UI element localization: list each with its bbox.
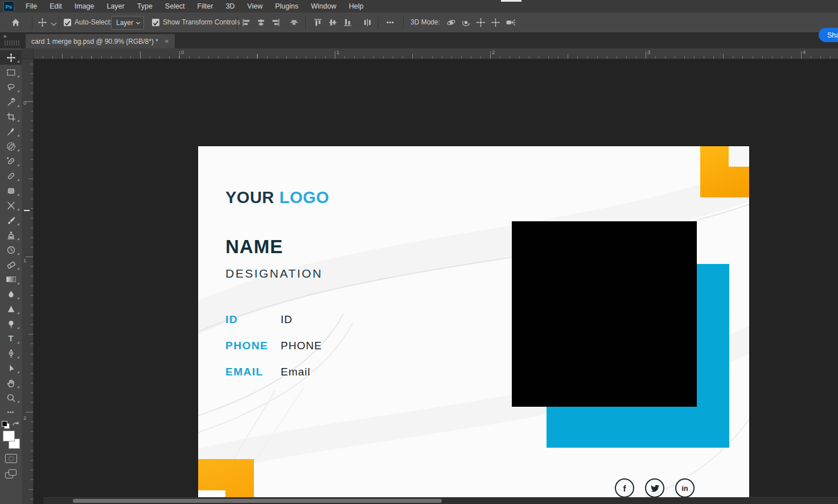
show-transform-label: Show Transform Controls (163, 13, 240, 32)
ruler-number: 0 (181, 49, 184, 55)
vertical-ruler[interactable]: 0 1 2 (22, 59, 34, 504)
share-button[interactable]: Share (819, 28, 838, 42)
menu-help[interactable]: Help (343, 0, 370, 13)
facebook-glyph: f (623, 484, 626, 493)
distribute-horizontal-centers-icon[interactable] (363, 18, 372, 27)
blur-tool[interactable] (0, 287, 22, 301)
sharpen-tool[interactable] (0, 301, 22, 316)
align-horizontal-centers-icon[interactable] (256, 18, 266, 27)
foreground-color-swatch[interactable] (3, 431, 15, 441)
document-tab-bar: » card 1 merge bg.psd @ 90.9% (RGB/8*) *… (0, 32, 838, 48)
clone-stamp-tool[interactable] (0, 228, 22, 242)
align-left-edges-icon[interactable] (241, 18, 251, 27)
3d-roll-icon[interactable] (461, 18, 471, 27)
designation-text: DESIGNATION (225, 267, 323, 280)
horizontal-ruler[interactable]: 0 1 2 3 4 (22, 48, 838, 59)
screen-mode-button[interactable] (5, 469, 17, 478)
horizontal-scrollbar[interactable] (43, 497, 838, 504)
twitter-bird-icon (651, 484, 659, 493)
align-vertical-centers-icon[interactable] (289, 18, 299, 27)
move-tool-preset-icon[interactable] (38, 18, 47, 27)
auto-select-label: Auto-Select: (75, 13, 112, 32)
field-value-phone: PHONE (281, 340, 322, 352)
eraser-tool[interactable] (0, 257, 22, 272)
foreground-background-swatches[interactable] (3, 431, 20, 450)
show-transform-checkbox[interactable] (152, 19, 159, 26)
dodge-tool[interactable] (0, 316, 22, 331)
logo-word-logo: LOGO (280, 188, 329, 206)
field-value-email: Email (281, 366, 311, 378)
field-value-id: ID (281, 313, 293, 325)
more-options-icon[interactable]: ••• (387, 13, 395, 32)
3d-camera-icon[interactable] (506, 18, 515, 27)
field-label-email: EMAIL (225, 366, 281, 378)
3d-orbit-icon[interactable] (446, 18, 456, 27)
scrollbar-thumb[interactable] (73, 499, 442, 503)
auto-select-checkbox[interactable] (64, 19, 71, 26)
field-row-email: EMAILEmail (225, 366, 311, 378)
separator (403, 16, 404, 29)
logo-word-your: YOUR (225, 188, 274, 206)
magic-wand-tool[interactable] (0, 94, 22, 109)
spot-healing-brush-tool[interactable] (0, 139, 22, 154)
tools-panel: T ••• (0, 48, 22, 504)
default-colors-icon[interactable] (2, 421, 10, 429)
history-brush-tool[interactable] (0, 242, 22, 257)
patch-tool[interactable] (0, 168, 22, 183)
type-tool-glyph: T (9, 334, 14, 343)
ruler-pointer-marker (24, 210, 30, 211)
orange-corner-shape-top-right (700, 146, 749, 197)
chevron-down-icon (135, 20, 141, 26)
home-icon[interactable] (11, 18, 20, 27)
move-tool[interactable] (0, 50, 22, 65)
swap-colors-icon[interactable] (11, 420, 20, 429)
quick-mask-button[interactable] (5, 454, 17, 463)
pen-tool[interactable] (0, 346, 22, 361)
zoom-tool[interactable] (0, 390, 22, 405)
collapse-panels-icon[interactable]: » (3, 33, 7, 39)
menu-window[interactable]: Window (305, 0, 342, 13)
menu-file[interactable]: File (19, 0, 43, 13)
menu-select[interactable]: Select (159, 0, 191, 13)
document-canvas[interactable]: YOURLOGO NAME DESIGNATION IDID PHONEPHON… (198, 146, 749, 504)
type-tool[interactable]: T (0, 331, 22, 346)
lasso-tool[interactable] (0, 80, 22, 94)
align-right-edges-icon[interactable] (271, 18, 281, 27)
menu-view[interactable]: View (241, 0, 269, 13)
menu-3d[interactable]: 3D (219, 0, 241, 13)
menu-edit[interactable]: Edit (43, 0, 68, 13)
align-top-edges-icon[interactable] (313, 18, 323, 27)
eyedropper-tool[interactable] (0, 124, 22, 139)
auto-select-target-dropdown[interactable]: Layer (111, 16, 144, 30)
content-aware-move-tool[interactable] (0, 183, 22, 198)
align-vertical-middles-icon[interactable] (328, 18, 338, 27)
3d-pan-icon[interactable] (476, 18, 486, 27)
crop-tool[interactable] (0, 109, 22, 124)
photoshop-app-icon[interactable]: Ps (3, 1, 14, 12)
healing-brush-tool[interactable] (0, 154, 22, 168)
brush-tool[interactable] (0, 213, 22, 228)
edit-toolbar-icon[interactable]: ••• (0, 405, 22, 420)
facebook-icon: f (615, 478, 634, 498)
path-selection-tool[interactable] (0, 361, 22, 375)
hand-tool[interactable] (0, 375, 22, 390)
toolbar-grip (5, 40, 19, 46)
cut-tool[interactable] (0, 198, 22, 213)
gradient-tool[interactable] (0, 272, 22, 287)
align-bottom-edges-icon[interactable] (343, 18, 352, 27)
menu-filter[interactable]: Filter (191, 0, 220, 13)
close-tab-icon[interactable]: × (165, 37, 169, 46)
menu-type[interactable]: Type (131, 0, 159, 13)
3d-slide-icon[interactable] (491, 18, 500, 27)
chevron-down-icon[interactable] (49, 19, 59, 29)
document-tab[interactable]: card 1 merge bg.psd @ 90.9% (RGB/8*) * × (26, 34, 175, 48)
rectangular-marquee-tool[interactable] (0, 65, 22, 80)
linkedin-icon: in (675, 478, 695, 498)
menu-plugins[interactable]: Plugins (269, 0, 305, 13)
logo-text: YOURLOGO (225, 188, 329, 207)
menu-image[interactable]: Image (68, 0, 101, 13)
menu-layer[interactable]: Layer (100, 0, 130, 13)
pasteboard: YOURLOGO NAME DESIGNATION IDID PHONEPHON… (22, 48, 838, 504)
ruler-number: 1 (23, 257, 26, 263)
ruler-number: 0 (23, 100, 26, 106)
